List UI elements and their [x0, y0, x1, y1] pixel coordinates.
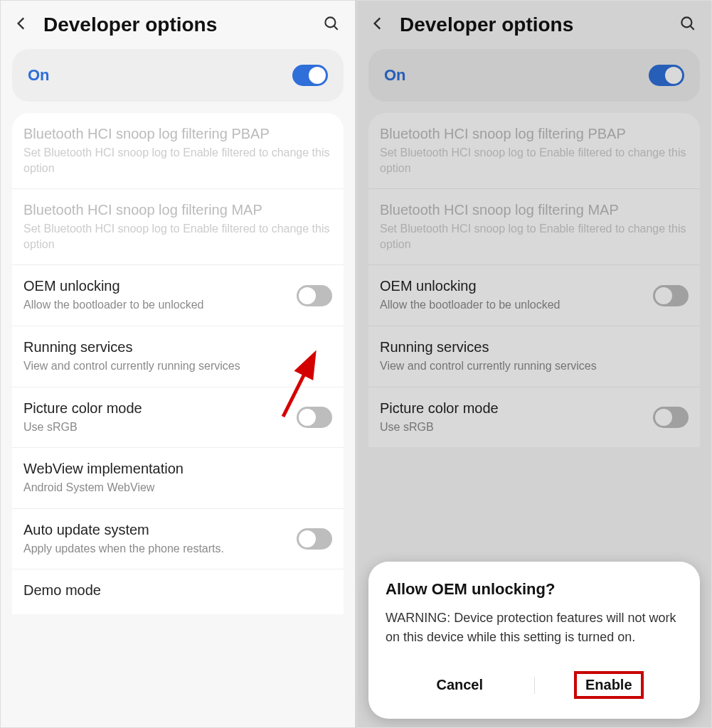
svg-point-0 — [325, 17, 335, 27]
item-running-services[interactable]: Running services View and control curren… — [12, 326, 344, 387]
dialog-title: Allow OEM unlocking? — [386, 580, 683, 599]
oem-unlock-dialog: Allow OEM unlocking? WARNING: Device pro… — [368, 562, 700, 719]
item-bt-map: Bluetooth HCI snoop log filtering MAP Se… — [12, 189, 344, 265]
master-toggle-card[interactable]: On — [368, 49, 700, 102]
item-bt-pbap: Bluetooth HCI snoop log filtering PBAP S… — [12, 113, 344, 189]
page-title: Developer options — [43, 14, 309, 36]
master-toggle-label: On — [384, 66, 406, 85]
item-auto-update[interactable]: Auto update system Apply updates when th… — [12, 509, 344, 570]
item-picture-color-mode[interactable]: Picture color mode Use sRGB — [12, 387, 344, 449]
header: Developer options — [1, 1, 355, 49]
back-icon[interactable] — [12, 14, 31, 36]
auto-update-toggle[interactable] — [297, 528, 332, 550]
screen-right: Developer options On Bluetooth HCI snoop… — [356, 0, 712, 728]
search-icon[interactable] — [679, 14, 697, 36]
item-picture-color-mode[interactable]: Picture color mode Use sRGB — [368, 387, 700, 448]
item-oem-unlocking[interactable]: OEM unlocking Allow the bootloader to be… — [12, 265, 344, 326]
search-icon[interactable] — [322, 14, 341, 36]
item-webview[interactable]: WebView implementation Android System We… — [12, 448, 344, 509]
oem-unlocking-toggle[interactable] — [297, 285, 332, 306]
master-toggle-label: On — [28, 66, 50, 85]
master-toggle[interactable] — [649, 65, 684, 86]
item-bt-pbap: Bluetooth HCI snoop log filtering PBAP S… — [368, 113, 700, 189]
picture-color-toggle[interactable] — [653, 407, 689, 428]
enable-button-highlight: Enable — [574, 671, 644, 699]
oem-unlocking-toggle[interactable] — [653, 285, 689, 306]
svg-point-2 — [681, 17, 691, 27]
enable-button[interactable]: Enable — [535, 664, 684, 706]
item-bt-map: Bluetooth HCI snoop log filtering MAP Se… — [368, 189, 700, 265]
dialog-actions: Cancel Enable — [386, 664, 683, 706]
master-toggle[interactable] — [292, 65, 328, 86]
item-running-services[interactable]: Running services View and control curren… — [368, 326, 700, 387]
screen-left: Developer options On Bluetooth HCI snoop… — [0, 0, 356, 728]
settings-list: Bluetooth HCI snoop log filtering PBAP S… — [368, 113, 700, 447]
back-icon[interactable] — [368, 14, 387, 36]
cancel-button[interactable]: Cancel — [386, 670, 534, 700]
item-oem-unlocking[interactable]: OEM unlocking Allow the bootloader to be… — [368, 265, 700, 326]
header: Developer options — [357, 1, 711, 49]
dialog-body: WARNING: Device protection features will… — [386, 609, 683, 647]
item-demo-mode[interactable]: Demo mode — [12, 569, 344, 614]
page-title: Developer options — [400, 14, 666, 36]
picture-color-toggle[interactable] — [297, 407, 332, 428]
settings-list: Bluetooth HCI snoop log filtering PBAP S… — [12, 113, 344, 614]
master-toggle-card[interactable]: On — [12, 49, 344, 102]
